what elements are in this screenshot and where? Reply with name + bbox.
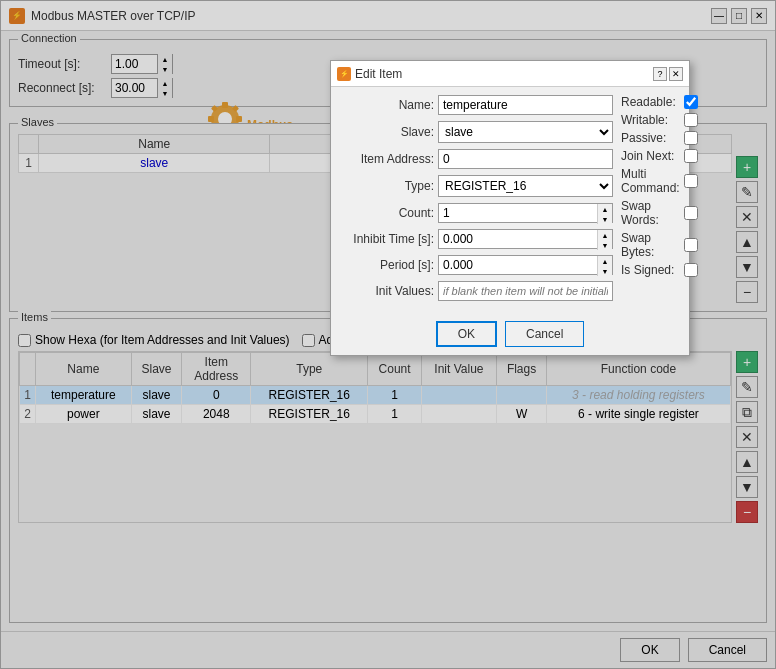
dialog-cancel-button[interactable]: Cancel [505, 321, 584, 347]
main-window: ⚡ Modbus MASTER over TCP/IP — □ ✕ Connec… [0, 0, 776, 669]
inhibit-label: Inhibit Time [s]: [339, 232, 434, 246]
multi-command-label: Multi Command: [621, 167, 680, 195]
passive-label: Passive: [621, 131, 680, 145]
dialog-help-button[interactable]: ? [653, 67, 667, 81]
passive-row: Passive: [621, 131, 698, 145]
period-spinbox[interactable]: ▲ ▼ [438, 255, 613, 275]
count-up[interactable]: ▲ [598, 204, 612, 214]
dialog-title: Edit Item [355, 67, 649, 81]
swap-bytes-row: Swap Bytes: [621, 231, 698, 259]
is-signed-checkbox[interactable] [684, 263, 698, 277]
join-next-row: Join Next: [621, 149, 698, 163]
inhibit-input[interactable] [439, 230, 597, 248]
writable-row: Writable: [621, 113, 698, 127]
edit-item-dialog: ⚡ Edit Item ? ✕ Name: [330, 60, 690, 356]
join-next-label: Join Next: [621, 149, 680, 163]
dialog-checkboxes: Readable: Writable: Passive: Join Next: [621, 95, 698, 307]
period-up[interactable]: ▲ [598, 256, 612, 266]
name-row: Name: [339, 95, 613, 115]
count-arrows: ▲ ▼ [597, 204, 612, 224]
swap-words-label: Swap Words: [621, 199, 680, 227]
dialog-close-button[interactable]: ✕ [669, 67, 683, 81]
readable-checkbox[interactable] [684, 95, 698, 109]
swap-bytes-checkbox[interactable] [684, 238, 698, 252]
dialog-icon: ⚡ [337, 67, 351, 81]
multi-command-checkbox[interactable] [684, 174, 698, 188]
dialog-title-buttons: ? ✕ [653, 67, 683, 81]
init-values-input[interactable] [438, 281, 613, 301]
init-values-label: Init Values: [339, 284, 434, 298]
item-address-input[interactable] [438, 149, 613, 169]
count-input[interactable] [439, 204, 597, 222]
period-label: Period [s]: [339, 258, 434, 272]
init-values-row: Init Values: [339, 281, 613, 301]
dialog-ok-button[interactable]: OK [436, 321, 497, 347]
readable-row: Readable: [621, 95, 698, 109]
dialog-footer: OK Cancel [331, 315, 689, 355]
slave-row: Slave: slave [339, 121, 613, 143]
inhibit-spinbox[interactable]: ▲ ▼ [438, 229, 613, 249]
swap-words-row: Swap Words: [621, 199, 698, 227]
inhibit-up[interactable]: ▲ [598, 230, 612, 240]
join-next-checkbox[interactable] [684, 149, 698, 163]
writable-label: Writable: [621, 113, 680, 127]
period-arrows: ▲ ▼ [597, 256, 612, 276]
dialog-form: Name: Slave: slave Item Address: [339, 95, 613, 307]
item-address-row: Item Address: [339, 149, 613, 169]
swap-bytes-label: Swap Bytes: [621, 231, 680, 259]
period-down[interactable]: ▼ [598, 266, 612, 276]
inhibit-arrows: ▲ ▼ [597, 230, 612, 250]
type-select[interactable]: REGISTER_16 COIL INPUT INPUT_REGISTER [438, 175, 613, 197]
name-input[interactable] [438, 95, 613, 115]
passive-checkbox[interactable] [684, 131, 698, 145]
period-row: Period [s]: ▲ ▼ [339, 255, 613, 275]
inhibit-row: Inhibit Time [s]: ▲ ▼ [339, 229, 613, 249]
readable-label: Readable: [621, 95, 680, 109]
modal-overlay: ⚡ Edit Item ? ✕ Name: [0, 0, 776, 669]
count-label: Count: [339, 206, 434, 220]
multi-command-row: Multi Command: [621, 167, 698, 195]
writable-checkbox[interactable] [684, 113, 698, 127]
slave-label: Slave: [339, 125, 434, 139]
name-label: Name: [339, 98, 434, 112]
is-signed-label: Is Signed: [621, 263, 680, 277]
count-row: Count: ▲ ▼ [339, 203, 613, 223]
item-address-label: Item Address: [339, 152, 434, 166]
slave-select[interactable]: slave [438, 121, 613, 143]
is-signed-row: Is Signed: [621, 263, 698, 277]
count-spinbox[interactable]: ▲ ▼ [438, 203, 613, 223]
type-row: Type: REGISTER_16 COIL INPUT INPUT_REGIS… [339, 175, 613, 197]
swap-words-checkbox[interactable] [684, 206, 698, 220]
count-down[interactable]: ▼ [598, 214, 612, 224]
dialog-title-bar: ⚡ Edit Item ? ✕ [331, 61, 689, 87]
type-label: Type: [339, 179, 434, 193]
period-input[interactable] [439, 256, 597, 274]
dialog-body: Name: Slave: slave Item Address: [331, 87, 689, 315]
inhibit-down[interactable]: ▼ [598, 240, 612, 250]
